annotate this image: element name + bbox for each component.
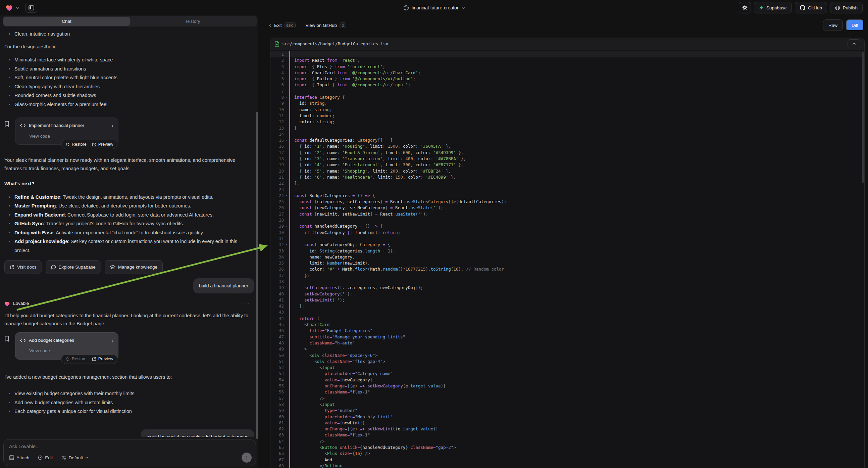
supabase-button[interactable]: Supabase bbox=[754, 2, 792, 13]
code-line-27: 27 const [newLimit, setNewLimit] = React… bbox=[271, 211, 864, 217]
code-line-62: 62 onChange={(e) => setNewLimit(e.target… bbox=[271, 426, 864, 432]
code-line-1: 1 bbox=[271, 51, 864, 57]
attach-image-icon bbox=[9, 455, 14, 460]
user-message-bubble: would be cool if you could add budget ca… bbox=[141, 429, 254, 437]
code-line-65: 65 <Button onClick={handleAddCategory} c… bbox=[271, 444, 864, 450]
code-line-42: 42 }; bbox=[271, 303, 864, 309]
code-line-10: 10 name: string; bbox=[271, 107, 864, 113]
exit-button[interactable]: ‹ Exit ESC bbox=[269, 22, 296, 29]
preview-button[interactable]: Preview bbox=[92, 355, 113, 363]
model-selector[interactable]: Default bbox=[62, 455, 89, 460]
github-button[interactable]: GitHub bbox=[795, 2, 827, 13]
list-item: •Subtle animations and transitions bbox=[4, 64, 254, 74]
restore-button[interactable]: Restore bbox=[65, 355, 87, 363]
code-line-14: 14 bbox=[271, 131, 864, 137]
code-line-39: 39 setCategories([...categories, newCate… bbox=[271, 285, 864, 291]
leading-bullet-list: •Clean, intuitive navigation bbox=[4, 30, 254, 39]
attach-button[interactable]: Attach bbox=[9, 455, 29, 460]
send-button[interactable]: ↑ bbox=[242, 452, 252, 463]
chat-input[interactable]: Ask Lovable... bbox=[9, 444, 250, 449]
tab-chat[interactable]: Chat bbox=[3, 17, 130, 26]
bookmark-icon[interactable] bbox=[4, 332, 12, 359]
project-switcher[interactable]: financial-future-creator bbox=[403, 0, 465, 16]
code-line-7: 7 bbox=[271, 88, 864, 94]
app-window: financial-future-creator Sup bbox=[0, 0, 868, 468]
chat-composer: Ask Lovable... Attach Edit Default ↑ bbox=[3, 439, 256, 466]
code-line-58: 58 <Input bbox=[271, 402, 864, 408]
manage-knowledge-button[interactable]: Manage knowledge bbox=[105, 260, 163, 274]
code-line-55: 55 onChange={(e) => setNewCategory(e.tar… bbox=[271, 383, 864, 389]
code-line-53: 53 placeholder="Category name" bbox=[271, 371, 864, 377]
chat-panel: Chat History •Clean, intuitive navigatio… bbox=[0, 16, 258, 468]
code-line-13: 13} bbox=[271, 125, 864, 131]
view-code-link[interactable]: View code bbox=[29, 347, 114, 355]
g-kbd-badge: G bbox=[340, 23, 346, 28]
restore-preview-pill: Restore Preview bbox=[61, 140, 118, 149]
collapse-file-button[interactable] bbox=[847, 39, 860, 48]
file-path-bar[interactable]: src/components/budget/BudgetCategories.t… bbox=[271, 38, 864, 50]
explore-supabase-button[interactable]: Explore Supabase bbox=[45, 260, 101, 274]
target-icon bbox=[38, 455, 42, 460]
version-card-title: Implement financial planner bbox=[29, 121, 84, 130]
restore-button[interactable]: Restore bbox=[65, 140, 87, 149]
edit-mode-button[interactable]: Edit bbox=[38, 455, 53, 460]
message-menu-button[interactable]: ··· bbox=[243, 299, 250, 308]
list-item: •Expand with Backend: Connect Supabase t… bbox=[4, 210, 239, 220]
back-chevron-icon: ‹ bbox=[269, 22, 271, 29]
raw-toggle-button[interactable]: Raw bbox=[823, 20, 843, 31]
code-line-20: 20 { id: '5', name: 'Shopping', limit: 2… bbox=[271, 168, 864, 174]
list-item: •Debug with Ease: Activate our experimen… bbox=[4, 228, 239, 237]
code-line-50: 50 <div className="space-y-6"> bbox=[271, 352, 864, 358]
code-line-54: 54 value={newCategory} bbox=[271, 377, 864, 383]
supabase-bolt-icon bbox=[759, 5, 764, 10]
version-block-1: Implement financial planner › View code … bbox=[4, 117, 254, 145]
design-bullet-list: •Minimalist interface with plenty of whi… bbox=[4, 55, 254, 109]
code-line-38: 38 bbox=[271, 279, 864, 285]
code-scrollbar-thumb[interactable] bbox=[862, 52, 864, 183]
version-card-add-budget-categories[interactable]: Add budget categories › View code Restor… bbox=[15, 332, 118, 359]
code-line-44: 44 return ( bbox=[271, 316, 864, 322]
lovable-logo-heart-icon[interactable] bbox=[5, 4, 13, 11]
version-card-implement-financial-planner[interactable]: Implement financial planner › View code … bbox=[15, 117, 118, 145]
assistant-paragraph: I'll help you add budget categories to t… bbox=[4, 312, 253, 328]
code-line-5: 5import { Button } from '@/components/ui… bbox=[271, 76, 864, 82]
chevron-right-icon: › bbox=[112, 338, 114, 343]
visit-docs-button[interactable]: Visit docs bbox=[4, 260, 42, 274]
settings-button[interactable] bbox=[739, 2, 751, 13]
code-line-41: 41 setNewLimit(''); bbox=[271, 297, 864, 303]
sidebar-toggle-button[interactable] bbox=[25, 3, 37, 13]
code-line-9: 9 id: string; bbox=[271, 100, 864, 107]
tab-history[interactable]: History bbox=[130, 17, 256, 26]
external-link-icon bbox=[92, 142, 96, 147]
list-item: •Minimalist interface with plenty of whi… bbox=[4, 55, 254, 64]
code-line-34: 34 name: newCategory, bbox=[271, 254, 864, 260]
project-title: financial-future-creator bbox=[411, 5, 458, 10]
list-item: •Each category gets a unique color for v… bbox=[4, 407, 254, 416]
chevron-down-icon bbox=[85, 457, 88, 459]
code-line-16: 16 { id: '1', name: 'Housing', limit: 15… bbox=[271, 143, 864, 149]
list-item: •View existing budget categories with th… bbox=[4, 389, 254, 398]
esc-kbd-badge: ESC bbox=[284, 23, 296, 28]
chevron-up-icon bbox=[852, 42, 856, 45]
code-line-8: 8▾interface Category { bbox=[271, 94, 864, 100]
view-code-link[interactable]: View code bbox=[29, 132, 114, 141]
code-line-6: 6import { Input } from '@/components/ui/… bbox=[271, 82, 864, 88]
chevron-right-icon: › bbox=[112, 123, 114, 128]
list-item: •Refine & Customize: Tweak the design, a… bbox=[4, 193, 239, 202]
code-line-51: 51 <div className="flex gap-4"> bbox=[271, 358, 864, 364]
logo-chevron-down-icon[interactable] bbox=[16, 7, 20, 9]
diff-toggle-button[interactable]: Diff bbox=[846, 20, 864, 31]
code-line-64: 64 /> bbox=[271, 438, 864, 444]
whats-next-list: •Refine & Customize: Tweak the design, a… bbox=[4, 193, 254, 255]
preview-button[interactable]: Preview bbox=[92, 140, 113, 149]
bookmark-icon[interactable] bbox=[4, 117, 12, 145]
github-octocat-icon bbox=[800, 5, 805, 10]
publish-button[interactable]: Publish bbox=[830, 2, 863, 13]
code-line-56: 56 className="flex-1" bbox=[271, 389, 864, 395]
code-line-35: 35 limit: Number(newLimit), bbox=[271, 260, 864, 266]
code-line-15: 15▾const defaultCategories: Category[] =… bbox=[271, 137, 864, 143]
chat-scrollbar-thumb[interactable] bbox=[256, 112, 258, 439]
view-on-github-button[interactable]: View on GitHub G bbox=[306, 23, 346, 28]
code-brackets-icon bbox=[20, 123, 26, 127]
list-item: •Rounded corners and subtle shadows bbox=[4, 91, 254, 100]
